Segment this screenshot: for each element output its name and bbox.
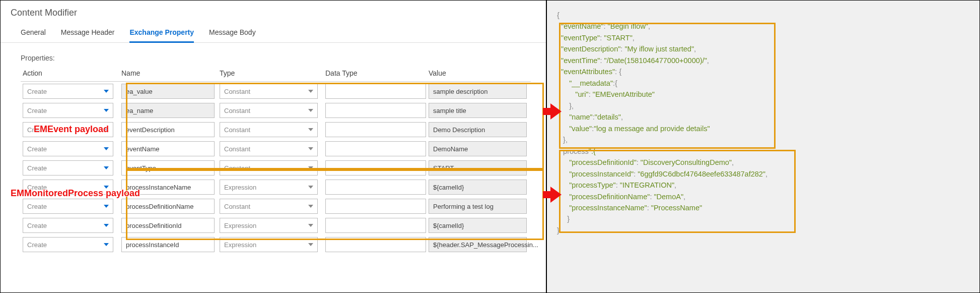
datatype-input[interactable] bbox=[325, 141, 426, 156]
col-type: Type bbox=[220, 69, 325, 77]
chevron-down-icon bbox=[308, 205, 313, 208]
datatype-input[interactable] bbox=[325, 218, 426, 233]
value-input[interactable]: sample title bbox=[429, 103, 527, 118]
value-input[interactable]: START bbox=[429, 160, 527, 175]
name-input[interactable]: processInstanceName bbox=[121, 180, 215, 195]
action-select[interactable]: Create bbox=[23, 180, 113, 195]
type-select[interactable]: Constant bbox=[220, 122, 318, 137]
datatype-input[interactable] bbox=[325, 84, 426, 99]
name-input[interactable]: processInstanceId bbox=[121, 237, 215, 252]
chevron-down-icon bbox=[104, 90, 109, 93]
chevron-down-icon bbox=[308, 224, 313, 227]
type-select[interactable]: Constant bbox=[220, 199, 318, 214]
chevron-down-icon bbox=[308, 166, 313, 169]
col-action: Action bbox=[21, 69, 121, 77]
col-datatype: Data Type bbox=[325, 69, 429, 77]
type-select[interactable]: Constant bbox=[220, 160, 318, 175]
chevron-down-icon bbox=[308, 128, 313, 131]
type-select[interactable]: Constant bbox=[220, 103, 318, 118]
section-label: Properties: bbox=[1, 43, 546, 66]
table-row: CreateprocessDefinitionIdExpression${cam… bbox=[21, 216, 531, 235]
chevron-down-icon bbox=[308, 109, 313, 112]
table-row: CreateeventNameConstantDemoName bbox=[21, 139, 531, 158]
action-select[interactable]: Create bbox=[23, 84, 113, 99]
datatype-input[interactable] bbox=[325, 103, 426, 118]
tab-message-body[interactable]: Message Body bbox=[209, 25, 256, 42]
name-input[interactable]: eventDescription bbox=[121, 122, 215, 137]
json-preview: { "eventName": "Begin iflow", "eventType… bbox=[553, 10, 973, 236]
col-name: Name bbox=[121, 69, 220, 77]
chevron-down-icon bbox=[308, 186, 313, 189]
datatype-input[interactable] bbox=[325, 122, 426, 137]
chevron-down-icon bbox=[104, 224, 109, 227]
value-input[interactable]: sample description bbox=[429, 84, 527, 99]
chevron-down-icon bbox=[104, 147, 109, 150]
chevron-down-icon bbox=[104, 166, 109, 169]
tabs: General Message Header Exchange Property… bbox=[1, 18, 546, 43]
chevron-down-icon bbox=[104, 243, 109, 246]
chevron-down-icon bbox=[308, 90, 313, 93]
chevron-down-icon bbox=[104, 186, 109, 189]
action-select[interactable]: Create bbox=[23, 237, 113, 252]
type-select[interactable]: Expression bbox=[220, 237, 318, 252]
value-input[interactable]: Performing a test log bbox=[429, 199, 527, 214]
chevron-down-icon bbox=[104, 109, 109, 112]
table-row: Createea_valueConstantsample description bbox=[21, 82, 531, 101]
chevron-down-icon bbox=[308, 147, 313, 150]
table-row: Createea_nameConstantsample title bbox=[21, 101, 531, 120]
datatype-input[interactable] bbox=[325, 237, 426, 252]
value-input[interactable]: ${header.SAP_MessageProcessin... bbox=[429, 237, 527, 252]
table-row: CreateeventTypeConstantSTART bbox=[21, 158, 531, 178]
name-input[interactable]: ea_value bbox=[121, 84, 215, 99]
properties-grid: Action Name Type Data Type Value Createe… bbox=[1, 66, 546, 254]
tab-general[interactable]: General bbox=[21, 25, 46, 42]
name-input[interactable]: processDefinitionId bbox=[121, 218, 215, 233]
name-input[interactable]: ea_name bbox=[121, 103, 215, 118]
action-select[interactable]: Create bbox=[23, 160, 113, 175]
type-select[interactable]: Constant bbox=[220, 84, 318, 99]
value-input[interactable]: Demo Description bbox=[429, 122, 527, 137]
table-row: CreateeventDescriptionConstantDemo Descr… bbox=[21, 120, 531, 139]
action-select[interactable]: Create bbox=[23, 199, 113, 214]
datatype-input[interactable] bbox=[325, 160, 426, 175]
action-select[interactable]: Create bbox=[23, 218, 113, 233]
name-input[interactable]: processDefinitionName bbox=[121, 199, 215, 214]
datatype-input[interactable] bbox=[325, 199, 426, 214]
datatype-input[interactable] bbox=[325, 180, 426, 195]
tab-exchange-property[interactable]: Exchange Property bbox=[129, 25, 194, 43]
col-value: Value bbox=[429, 69, 529, 77]
chevron-down-icon bbox=[104, 205, 109, 208]
value-input[interactable]: ${camelId} bbox=[429, 180, 527, 195]
table-row: CreateprocessInstanceNameExpression${cam… bbox=[21, 178, 531, 197]
type-select[interactable]: Constant bbox=[220, 141, 318, 156]
name-input[interactable]: eventType bbox=[121, 160, 215, 175]
value-input[interactable]: DemoName bbox=[429, 141, 527, 156]
chevron-down-icon bbox=[104, 128, 109, 131]
page-title: Content Modifier bbox=[1, 1, 546, 18]
chevron-down-icon bbox=[308, 243, 313, 246]
action-select[interactable]: Create bbox=[23, 141, 113, 156]
value-input[interactable]: ${camelId} bbox=[429, 218, 527, 233]
action-select[interactable]: Create bbox=[23, 103, 113, 118]
name-input[interactable]: eventName bbox=[121, 141, 215, 156]
tab-message-header[interactable]: Message Header bbox=[61, 25, 115, 42]
type-select[interactable]: Expression bbox=[220, 180, 318, 195]
type-select[interactable]: Expression bbox=[220, 218, 318, 233]
action-select[interactable]: Create bbox=[23, 122, 113, 137]
table-row: CreateprocessInstanceIdExpression${heade… bbox=[21, 235, 531, 254]
table-row: CreateprocessDefinitionNameConstantPerfo… bbox=[21, 197, 531, 216]
